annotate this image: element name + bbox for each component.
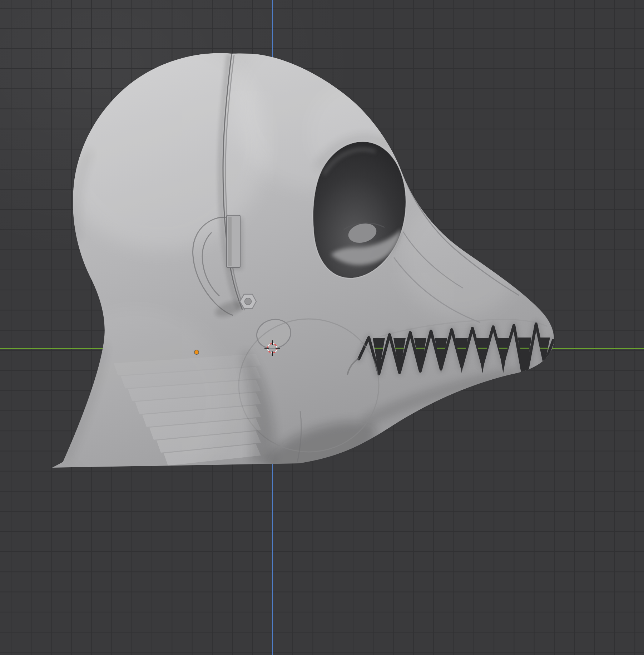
model-head-with-skull-mask[interactable] <box>0 0 644 655</box>
ear-slot <box>227 215 243 270</box>
3d-cursor <box>263 339 282 358</box>
ear-slot-inner-shade <box>228 217 232 266</box>
hex-bolt-hole <box>245 298 252 305</box>
3d-cursor-crosshair <box>264 340 280 356</box>
object-origin-point <box>195 350 199 354</box>
3d-viewport[interactable] <box>0 0 644 655</box>
